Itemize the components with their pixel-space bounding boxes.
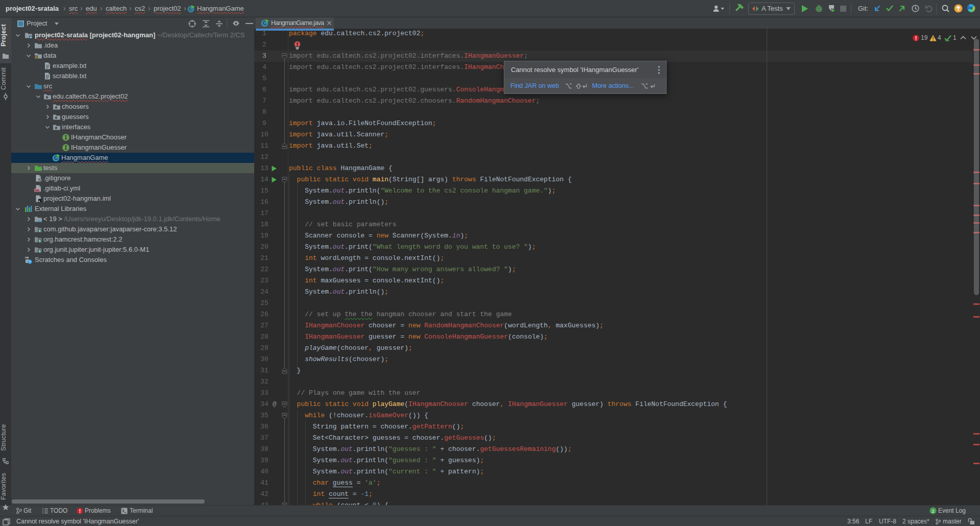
svg-text:2: 2	[932, 508, 934, 514]
svg-text:YML: YML	[34, 189, 40, 192]
